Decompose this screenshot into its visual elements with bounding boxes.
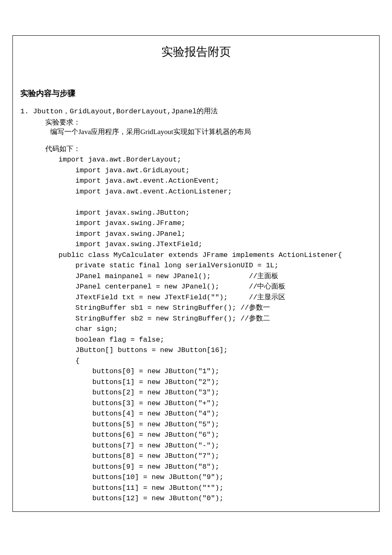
item-title: Jbutton，GridLayout,BorderLayout,Jpanel的用… — [33, 108, 218, 115]
page: 实验报告附页 实验内容与步骤 1. Jbutton，GridLayout,Bor… — [0, 0, 392, 555]
list-item-1: 1. Jbutton，GridLayout,BorderLayout,Jpane… — [20, 106, 372, 116]
section-heading: 实验内容与步骤 — [20, 88, 372, 99]
requirement-label: 实验要求： — [20, 117, 372, 127]
document-frame: 实验报告附页 实验内容与步骤 1. Jbutton，GridLayout,Bor… — [12, 35, 380, 512]
requirement-text: 编写一个Java应用程序，采用GridLayout实现如下计算机器的布局 — [20, 127, 372, 137]
code-block: import java.awt.BorderLayout; import jav… — [20, 154, 372, 504]
item-number: 1. — [20, 108, 29, 115]
page-title: 实验报告附页 — [20, 44, 372, 60]
code-label: 代码如下： — [20, 144, 372, 154]
